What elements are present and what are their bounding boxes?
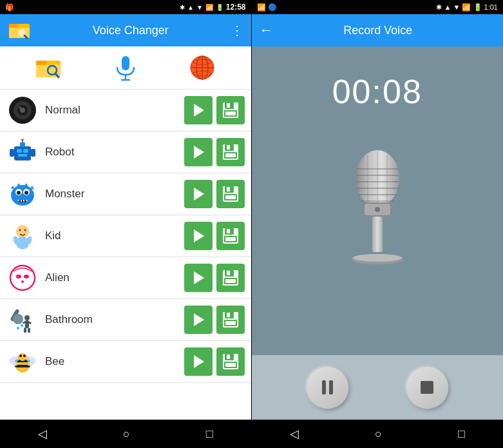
normal-label: Normal: [45, 104, 184, 117]
svg-point-47: [17, 191, 21, 195]
svg-point-81: [17, 327, 19, 329]
svg-rect-54: [227, 187, 230, 191]
left-app-header: Voice Changer ⋮: [0, 14, 251, 46]
left-nav-recent[interactable]: □: [193, 422, 226, 446]
bee-save-button[interactable]: [216, 347, 245, 376]
right-nav-bar: ◁ ○ □: [252, 420, 504, 448]
svg-point-78: [13, 314, 23, 324]
play-triangle-icon: [194, 146, 204, 159]
svg-rect-29: [225, 112, 236, 115]
alien-save-button[interactable]: [216, 264, 245, 292]
svg-point-58: [19, 229, 21, 231]
svg-rect-74: [227, 271, 230, 275]
back-button[interactable]: ←: [260, 22, 274, 39]
kid-icon: [6, 220, 39, 252]
right-nav-home[interactable]: ○: [362, 422, 395, 446]
toolbar: [0, 46, 251, 90]
pause-bar-right: [329, 380, 333, 394]
robot-save-button[interactable]: [216, 138, 245, 166]
svg-rect-56: [225, 195, 236, 199]
monster-play-button[interactable]: [184, 180, 213, 208]
svg-rect-51: [24, 200, 26, 202]
kid-play-button[interactable]: [184, 222, 213, 250]
globe-toolbar-icon[interactable]: [186, 52, 218, 84]
bee-label: Bee: [45, 355, 184, 368]
bathroom-save-button[interactable]: [216, 306, 245, 334]
normal-save-button[interactable]: [216, 96, 245, 124]
svg-rect-65: [227, 229, 230, 233]
svg-rect-86: [24, 328, 26, 333]
play-triangle-icon: [194, 313, 204, 326]
svg-rect-2: [9, 24, 18, 28]
svg-point-98: [23, 355, 26, 357]
microphone-toolbar-icon[interactable]: [109, 52, 142, 84]
svg-point-70: [24, 275, 29, 278]
voice-item-kid: Kid: [0, 215, 251, 257]
left-status-icons: ✱ ▲ ▼ 📶 🔋 12:58: [180, 3, 246, 12]
floppy-icon: [222, 143, 240, 161]
svg-rect-7: [36, 61, 46, 65]
svg-rect-34: [20, 142, 25, 147]
svg-point-36: [21, 139, 24, 141]
svg-point-48: [24, 191, 28, 195]
svg-point-82: [24, 315, 30, 320]
voice-item-normal: Normal: [0, 90, 251, 131]
monster-save-button[interactable]: [216, 180, 245, 208]
stop-icon: [421, 381, 433, 394]
bathroom-play-button[interactable]: [184, 306, 213, 334]
bee-icon: [6, 346, 39, 378]
floppy-icon: [222, 311, 240, 329]
svg-rect-67: [225, 237, 236, 241]
svg-rect-76: [225, 279, 236, 283]
svg-rect-121: [372, 217, 383, 252]
alien-play-button[interactable]: [184, 264, 213, 292]
svg-point-59: [24, 229, 26, 231]
svg-rect-92: [225, 321, 236, 325]
alien-label: Alien: [45, 271, 184, 284]
folder-search-icon[interactable]: [33, 52, 65, 84]
svg-point-69: [16, 275, 21, 278]
svg-rect-33: [18, 154, 27, 157]
right-status-left: 📶 🔵: [257, 3, 277, 12]
left-time: 12:58: [226, 3, 246, 12]
svg-point-24: [19, 106, 21, 109]
svg-rect-105: [227, 355, 230, 359]
svg-point-97: [19, 355, 22, 357]
svg-rect-37: [10, 149, 14, 157]
svg-point-79: [21, 324, 23, 327]
bee-play-button[interactable]: [184, 347, 213, 376]
floppy-icon: [222, 227, 240, 245]
right-app-header: ← Record Voice: [252, 14, 504, 46]
svg-point-96: [19, 353, 26, 361]
svg-rect-30: [14, 146, 31, 161]
microphone-container: [332, 150, 422, 278]
svg-rect-31: [17, 149, 22, 153]
play-triangle-icon: [194, 229, 204, 242]
svg-rect-50: [22, 200, 23, 202]
right-status-icons: ✱ ▲ ▼ 📶 🔋 1:01: [436, 3, 498, 12]
pause-button[interactable]: [307, 367, 348, 409]
right-nav-recent[interactable]: □: [445, 422, 478, 446]
left-nav-back[interactable]: ◁: [25, 422, 60, 446]
controls-area: [252, 355, 504, 420]
play-triangle-icon: [194, 271, 204, 284]
left-nav-home[interactable]: ○: [110, 422, 143, 446]
svg-rect-107: [225, 363, 236, 367]
stop-button[interactable]: [406, 367, 448, 409]
left-nav-bar: ◁ ○ □: [0, 420, 251, 448]
kid-save-button[interactable]: [216, 222, 245, 250]
voice-item-alien: Alien: [0, 257, 251, 299]
normal-icon: [6, 94, 39, 126]
voice-item-bee: Bee: [0, 341, 251, 383]
voice-item-robot: Robot: [0, 131, 251, 173]
left-status-left: 🎁: [5, 3, 14, 12]
normal-play-button[interactable]: [184, 96, 213, 124]
svg-rect-43: [225, 153, 236, 157]
voice-list: Normal: [0, 90, 251, 420]
right-time: 1:01: [484, 3, 498, 11]
floppy-icon: [222, 353, 240, 371]
robot-play-button[interactable]: [184, 138, 213, 166]
menu-icon[interactable]: ⋮: [231, 23, 243, 38]
right-nav-back[interactable]: ◁: [277, 422, 312, 446]
right-header-title: Record Voice: [281, 24, 475, 37]
